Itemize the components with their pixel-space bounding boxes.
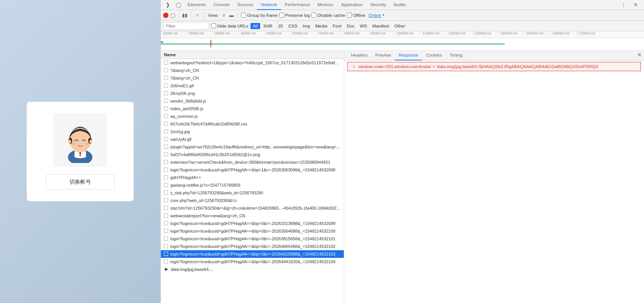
list-item[interactable]: login?loginicon=true&uuid=gdH7PHqg4A==&t… xyxy=(161,243,344,250)
row-checkbox xyxy=(164,206,168,210)
list-item[interactable]: login?loginicon=true&uuid=gdH7PHqg4A==&t… xyxy=(161,235,344,243)
hide-data-urls-checkbox[interactable]: Hide data URLs xyxy=(211,23,248,28)
mark-70000: 70000 ms xyxy=(317,31,343,35)
clear-button[interactable]: ◯ xyxy=(170,13,175,18)
list-item[interactable]: login?loginicon=true&uuid=gdH7PHqg4A==&t… xyxy=(161,258,344,266)
avatar-container xyxy=(53,113,107,167)
list-item[interactable]: ?&lang=zh_CN xyxy=(161,74,344,82)
record-button[interactable] xyxy=(163,13,168,18)
row-checkbox xyxy=(164,244,168,248)
filter-xhr[interactable]: XHR xyxy=(261,23,275,29)
filter-other[interactable]: Other xyxy=(392,23,408,29)
tab-network[interactable]: Network xyxy=(257,0,281,10)
response-content: 1 window.code=201;window.userAvatar = 'd… xyxy=(344,60,644,303)
list-item[interactable]: z_stat.php?id=1256793290&web_id=12567932… xyxy=(161,189,344,197)
tab-memory[interactable]: Memory xyxy=(314,0,337,10)
list-item[interactable]: vendor_0b8a6dd.js xyxy=(161,97,344,105)
network-list: Name webwxlogout?redirect=1&type=1&skey=… xyxy=(161,50,344,303)
tab-application[interactable]: Application xyxy=(337,0,366,10)
switch-account-button[interactable]: 切换帐号 xyxy=(46,174,115,190)
list-item[interactable]: 2z6meE1.gif xyxy=(161,82,344,90)
list-item[interactable]: core.php?web_id=1256793290&t=z xyxy=(161,197,344,204)
devtools-pointer-icon[interactable]: ❱ xyxy=(162,0,173,10)
tab-preview[interactable]: Preview xyxy=(371,50,395,60)
list-item[interactable]: gwdang-notifier.js?v=1547715780859 xyxy=(161,181,344,189)
close-detail-icon[interactable]: ✕ xyxy=(637,52,642,58)
filter-input[interactable] xyxy=(163,22,209,30)
row-checkbox xyxy=(164,122,168,126)
filter-js[interactable]: JS xyxy=(275,23,285,29)
more-options-icon[interactable]: ⋮ xyxy=(618,0,629,10)
list-item[interactable]: login?loginicon=true&uuid=gdH7PHqg4A==&t… xyxy=(161,220,344,227)
tab-performance[interactable]: Performance xyxy=(281,0,314,10)
list-item[interactable]: webwxlogout?redirect=1&type=1&skey=%40cr… xyxy=(161,59,344,67)
group-by-frame-checkbox[interactable]: Group by frame xyxy=(241,13,278,18)
filter-doc[interactable]: Doc xyxy=(345,23,357,29)
disable-cache-checkbox[interactable]: Disable cache xyxy=(311,13,345,18)
row-checkbox xyxy=(164,129,168,134)
filter-css[interactable]: CSS xyxy=(286,23,300,29)
mark-120000: 120000 ms xyxy=(447,31,472,35)
detail-panel: Headers Preview Response Cookies Timing … xyxy=(344,50,644,303)
online-dropdown-arrow: ▼ xyxy=(382,13,385,17)
tab-security[interactable]: Security xyxy=(366,0,390,10)
list-item[interactable]: login?loginicon=true&uuid=gdH7PHqg4A==&t… xyxy=(161,166,344,174)
list-item[interactable]: 2zrd1g.jpg xyxy=(161,128,344,135)
list-item[interactable]: stat.htm?id=1256793290&r=&lg=zh-cn&ntime… xyxy=(161,204,344,212)
list-item[interactable]: 2KniyDK.png xyxy=(161,90,344,97)
tab-cookies[interactable]: Cookies xyxy=(422,50,446,60)
list-item[interactable]: 5af37c4a880a95586cd41c5b251d5562@1x.png xyxy=(161,151,344,158)
undock-icon[interactable]: ✕ xyxy=(630,0,641,10)
list-item[interactable]: index_ad43596.js xyxy=(161,105,344,112)
list-item[interactable]: aq_common.js xyxy=(161,112,344,120)
login-card: 切换帐号 xyxy=(27,102,134,201)
filter-all[interactable]: All xyxy=(251,23,260,29)
devtools-panel: ❱ ◯ Elements Console Sources Network Per… xyxy=(160,0,644,303)
mark-130000: 130000 ms xyxy=(472,31,498,35)
view-large-icon[interactable]: ▬ xyxy=(228,12,235,18)
tab-elements[interactable]: Elements xyxy=(184,0,210,10)
list-item[interactable]: gdH7PHqg4A== xyxy=(161,174,344,181)
row-checkbox xyxy=(164,76,168,80)
filter-manifest[interactable]: Manifest xyxy=(370,23,391,29)
view-list-icon[interactable]: ≡ xyxy=(221,12,227,18)
filter-font[interactable]: Font xyxy=(330,23,344,29)
tab-audits[interactable]: Audits xyxy=(390,0,410,10)
tab-timing[interactable]: Timing xyxy=(446,50,466,60)
list-item[interactable]: webwxstatreport?fun=new&lang=zh_CN xyxy=(161,212,344,220)
online-dropdown[interactable]: Online ▼ xyxy=(369,13,385,18)
list-item[interactable]: login?loginicon=true&uuid=gdH7PHqg4A==&t… xyxy=(161,227,344,235)
filter-ws[interactable]: WS xyxy=(358,23,369,29)
tab-response[interactable]: Response xyxy=(395,50,422,60)
tab-headers[interactable]: Headers xyxy=(347,50,371,60)
mark-80000: 80000 ms xyxy=(343,31,369,35)
mark-60000: 60000 ms xyxy=(291,31,317,35)
tab-console[interactable]: Console xyxy=(210,0,233,10)
network-list-body[interactable]: webwxlogout?redirect=1&type=1&skey=%40cr… xyxy=(161,59,344,303)
list-item-selected[interactable]: login?loginicon=true&uuid=gdH7PHqg4A==&t… xyxy=(161,250,344,258)
row-checkbox xyxy=(164,152,168,156)
row-checkbox xyxy=(164,236,168,241)
preserve-log-checkbox[interactable]: Preserve log xyxy=(279,13,310,18)
filter-types: All XHR JS CSS Img Media Font Doc WS Man… xyxy=(251,23,408,29)
tab-sources[interactable]: Sources xyxy=(233,0,257,10)
camera-icon[interactable]: ▮▮ xyxy=(182,12,188,18)
timeline-ruler: 10000 ms 20000 ms 30000 ms 40000 ms 5000… xyxy=(161,31,644,38)
list-item[interactable]: jslogin?appid=wx782c26e4c19acffb&redirec… xyxy=(161,143,344,151)
row-checkbox xyxy=(164,106,168,111)
filter-icon[interactable]: ▿ xyxy=(194,12,201,18)
mark-40000: 40000 ms xyxy=(239,31,265,35)
list-item[interactable]: xasUyAl.gif xyxy=(161,135,344,143)
filter-img[interactable]: Img xyxy=(300,23,312,29)
list-item[interactable]: ?&lang=zh_CN xyxy=(161,67,344,74)
filter-media[interactable]: Media xyxy=(313,23,330,29)
timeline-area: 10000 ms 20000 ms 30000 ms 40000 ms 5000… xyxy=(161,31,644,50)
row-checkbox xyxy=(164,213,168,218)
row-checkbox xyxy=(164,168,168,172)
devtools-mobile-icon[interactable]: ◯ xyxy=(173,0,184,10)
row-icon: ▶ xyxy=(164,267,169,272)
list-item[interactable]: extension?ac=serverCheck&from_device=360… xyxy=(161,158,344,166)
list-item[interactable]: b57ceb1fe70efc47d4f0cab10d89d36f.css xyxy=(161,120,344,128)
list-item[interactable]: ▶data:img/jpg;base64,... xyxy=(161,266,344,273)
offline-checkbox[interactable]: Offline xyxy=(347,13,366,18)
